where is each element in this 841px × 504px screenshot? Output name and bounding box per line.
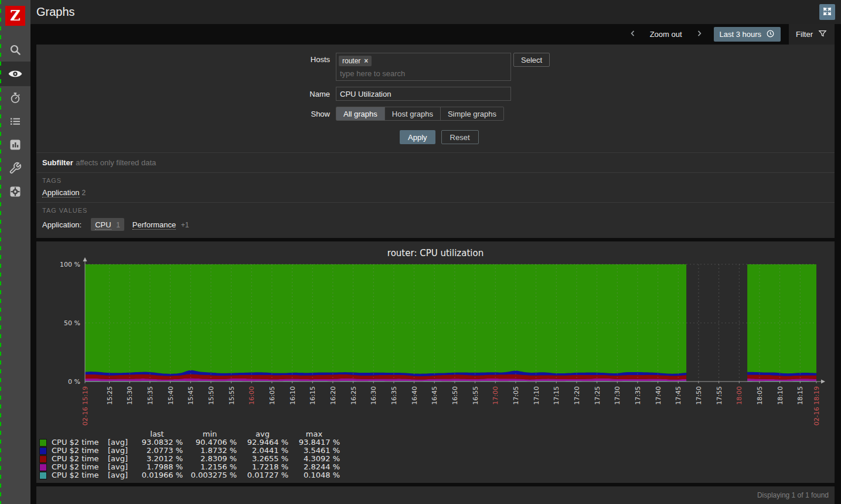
show-option-host-graphs[interactable]: Host graphs [385,107,441,120]
time-range-label: Last 3 hours [720,30,762,39]
x-axis-tick-label: 16:25 [350,386,357,405]
time-range-button[interactable]: Last 3 hours [714,27,781,42]
graph-name-input[interactable] [336,87,511,101]
x-axis-tick-label: 17:55 [716,386,723,405]
sidebar-item-monitoring[interactable] [0,62,30,86]
tag-value-cpu-link[interactable]: CPU [95,220,111,230]
filter-panel: Hosts router × Select Name Show All grap… [36,45,835,238]
hosts-multiselect[interactable]: router × [336,53,511,81]
x-axis-tick-label: 17:05 [512,386,520,405]
x-axis-tick-label: 17:40 [655,386,662,405]
x-axis-tick-label: 16:30 [370,386,377,405]
legend-max-value: 4.3092 % [288,455,340,463]
x-axis-tick-label: 16:15 [309,386,316,405]
legend-min-value: 2.8309 % [183,455,237,463]
remove-host-icon[interactable]: × [364,57,368,65]
y-axis-tick-label: 50 % [64,319,80,327]
legend-row: CPU $2 time[avg]3.2012 %2.8309 %3.2655 %… [40,455,835,463]
host-chip[interactable]: router × [339,56,372,66]
tag-count: 2 [82,189,86,197]
apply-button[interactable]: Apply [400,130,435,144]
legend-func: [avg] [108,463,131,471]
tag-value-cpu-count: 1 [116,221,120,229]
filter-tab-label: Filter [796,30,813,39]
x-axis-tick-label: 15:25 [106,386,114,405]
name-row: Name [36,87,835,101]
legend-max-value: 0.1048 % [288,471,340,479]
sidebar-nav [0,38,30,203]
reset-button[interactable]: Reset [441,130,479,144]
x-axis-tick-label: 17:25 [594,386,601,405]
legend-header-row: lastminavgmax [40,430,835,438]
host-search-input[interactable] [339,69,499,79]
show-option-all-graphs[interactable]: All graphs [336,107,385,120]
x-axis-tick-label: 17:30 [614,386,621,405]
zabbix-app: Z [0,0,841,504]
gear-icon [8,185,22,199]
show-option-simple-graphs[interactable]: Simple graphs [441,107,503,120]
legend-avg-value: 1.7218 % [237,463,288,471]
footer-bar: Displaying 1 of 1 found [36,486,835,504]
legend-col-header: avg [237,430,288,438]
legend-avg-value: 3.2655 % [237,455,288,463]
chart-legend: lastminavgmax CPU $2 time[avg]93.0832 %9… [40,430,835,479]
tag-values-label: Application: [42,220,81,229]
stopwatch-icon [8,91,22,105]
eye-icon [8,66,23,81]
tag-value-cpu-chip[interactable]: CPU 1 [91,218,124,231]
subfilter-subtitle: affects only filtered data [76,158,156,167]
sidebar-item-settings[interactable] [0,180,30,203]
show-segmented-control: All graphs Host graphs Simple graphs [336,107,504,121]
funnel-icon [818,29,828,40]
show-row: Show All graphs Host graphs Simple graph… [36,107,835,121]
hosts-label: Hosts [36,53,336,81]
x-axis-tick-label: 15:55 [228,386,236,405]
y-axis-tick-label: 0 % [68,378,80,386]
legend-func: [avg] [108,438,131,447]
legend-avg-value: 2.0441 % [237,447,288,455]
expand-arrows-icon [822,6,832,18]
fullscreen-button[interactable] [819,4,835,20]
x-axis-tick-label: 16:50 [451,386,459,405]
legend-min-value: 90.4706 % [183,438,237,447]
logo-container: Z [0,0,30,31]
zoom-out-button[interactable]: Zoom out [642,28,690,41]
sidebar-item-list[interactable] [0,110,30,133]
list-icon [8,114,22,128]
tag-values-section: TAG VALUES Application: CPU 1 Performanc… [36,202,835,238]
legend-row: CPU $2 time[avg]2.0773 %1.8732 %2.0441 %… [40,447,835,455]
select-host-button[interactable]: Select [513,53,550,67]
tags-section: TAGS Application 2 [36,172,835,202]
time-forward-button[interactable] [690,27,708,42]
tag-link-application[interactable]: Application [42,188,80,197]
legend-series-name: CPU $2 time [52,438,108,447]
y-axis-tick-label: 100 % [60,261,80,268]
legend-col-header: last [131,430,183,438]
legend-swatch [40,456,46,462]
sidebar-item-reports[interactable] [0,133,30,156]
tag-value-performance-link[interactable]: Performance [132,220,176,230]
x-axis-tick-label: 16:10 [289,386,297,405]
displaying-status: Displaying 1 of 1 found [757,491,829,499]
filter-tab[interactable]: Filter [789,24,835,45]
cpu-utilization-chart[interactable]: router: CPU utilization 02-16 15:1915:25… [36,241,835,424]
sidebar-item-latest-data[interactable] [0,86,30,110]
legend-row: CPU $2 time[avg]1.7988 %1.2156 %1.7218 %… [40,463,835,471]
sidebar-item-search[interactable] [0,38,30,62]
sidebar-item-tools[interactable] [0,156,30,180]
x-axis-tick-label: 16:05 [268,386,276,405]
x-axis-tick-label: 16:45 [431,386,438,405]
subfilter-header-row: Subfilter affects only filtered data [36,152,835,172]
legend-row: CPU $2 time[avg]93.0832 %90.4706 %92.946… [40,438,835,447]
legend-last-value: 93.0832 % [131,438,183,447]
screen-capture-border [0,0,1,504]
legend-series-name: CPU $2 time [52,455,108,463]
tag-value-performance: Performance +1 [132,219,189,230]
legend-swatch [40,472,46,479]
time-back-button[interactable] [624,27,642,42]
hosts-row: Hosts router × Select [36,53,835,81]
x-axis-tick-label: 17:10 [533,386,540,405]
zabbix-logo[interactable]: Z [5,6,25,26]
legend-col-header: min [183,430,237,438]
legend-last-value: 0.01966 % [131,471,183,479]
